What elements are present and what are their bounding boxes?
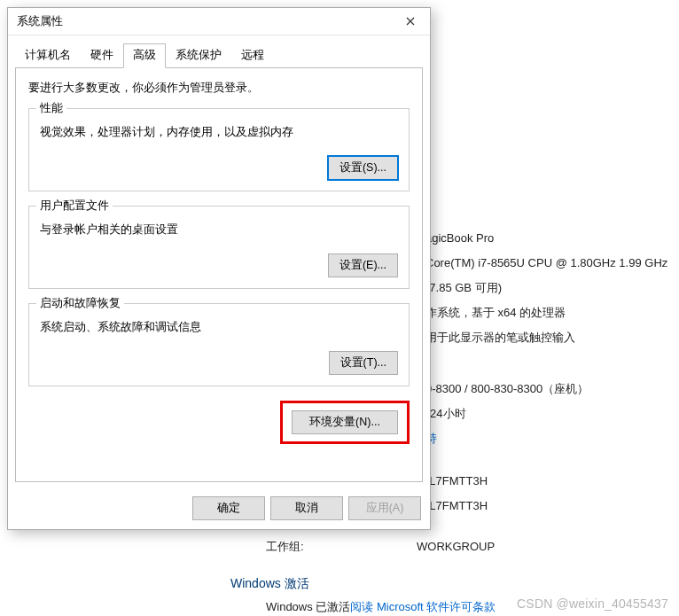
tab-strip: 计算机名 硬件 高级 系统保护 远程 (8, 35, 430, 67)
workgroup-value: WORKGROUP (417, 535, 674, 558)
ok-button[interactable]: 确定 (192, 496, 265, 520)
user-profile-group: 用户配置文件 与登录帐户相关的桌面设置 设置(E)... (28, 206, 410, 289)
activation-status: Windows 已激活 (266, 596, 350, 616)
activation-terms-link[interactable]: 阅读 Microsoft 软件许可条款 (350, 596, 496, 616)
ram-value: (7.85 GB 可用) (425, 277, 674, 300)
dialog-button-row: 确定 取消 应用(A) (8, 489, 430, 529)
user-profile-desc: 与登录帐户相关的桌面设置 (40, 222, 398, 238)
tab-hardware[interactable]: 硬件 (81, 43, 123, 68)
computer-name-2: -L7FMTT3H (425, 495, 674, 518)
performance-settings-button[interactable]: 设置(S)... (328, 156, 398, 180)
computer-name-1: -L7FMTT3H (425, 470, 674, 493)
activation-section-title: Windows 激活 (230, 571, 674, 596)
left-page-strip (0, 0, 3, 616)
performance-desc: 视觉效果，处理器计划，内存使用，以及虚拟内存 (40, 125, 398, 140)
model-partial: agicBook Pro (425, 227, 674, 250)
support-hours: *24小时 (425, 402, 674, 425)
admin-intro-text: 要进行大多数更改，你必须作为管理员登录。 (28, 81, 410, 96)
system-type-value: 作系统，基于 x64 的处理器 (425, 301, 674, 324)
close-button[interactable] (391, 8, 430, 35)
cancel-button[interactable]: 取消 (270, 496, 343, 520)
phone-letter: | (425, 202, 674, 225)
startup-recovery-settings-button[interactable]: 设置(T)... (329, 351, 398, 375)
support-phone: 0-8300 / 800-830-8300（座机） (425, 378, 674, 401)
tab-advanced[interactable]: 高级 (123, 43, 166, 68)
tab-computer-name[interactable]: 计算机名 (15, 43, 81, 68)
startup-recovery-desc: 系统启动、系统故障和调试信息 (40, 320, 398, 335)
user-profile-settings-button[interactable]: 设置(E)... (328, 253, 398, 277)
performance-group: 性能 视觉效果，处理器计划，内存使用，以及虚拟内存 设置(S)... (28, 108, 410, 191)
dialog-title: 系统属性 (17, 13, 391, 29)
close-icon (406, 17, 415, 26)
tab-remote[interactable]: 远程 (231, 43, 274, 68)
pen-touch-value: 用于此显示器的笔或触控输入 (425, 326, 674, 349)
env-var-highlight: 环境变量(N)... (280, 401, 410, 444)
system-properties-dialog: 系统属性 计算机名 硬件 高级 系统保护 远程 要进行大多数更改，你必须作为管理… (7, 7, 431, 530)
startup-recovery-group: 启动和故障恢复 系统启动、系统故障和调试信息 设置(T)... (28, 303, 410, 386)
workgroup-label: 工作组: (266, 535, 417, 558)
tab-panel-advanced: 要进行大多数更改，你必须作为管理员登录。 性能 视觉效果，处理器计划，内存使用，… (15, 67, 423, 482)
environment-variables-button[interactable]: 环境变量(N)... (292, 410, 398, 434)
startup-recovery-legend: 启动和故障恢复 (36, 296, 124, 311)
user-profile-legend: 用户配置文件 (36, 199, 113, 214)
tab-system-protection[interactable]: 系统保护 (166, 43, 231, 68)
dialog-titlebar: 系统属性 (8, 8, 430, 35)
apply-button[interactable]: 应用(A) (348, 496, 421, 520)
performance-legend: 性能 (36, 101, 66, 116)
processor-value: Core(TM) i7-8565U CPU @ 1.80GHz 1.99 GHz (425, 252, 674, 275)
